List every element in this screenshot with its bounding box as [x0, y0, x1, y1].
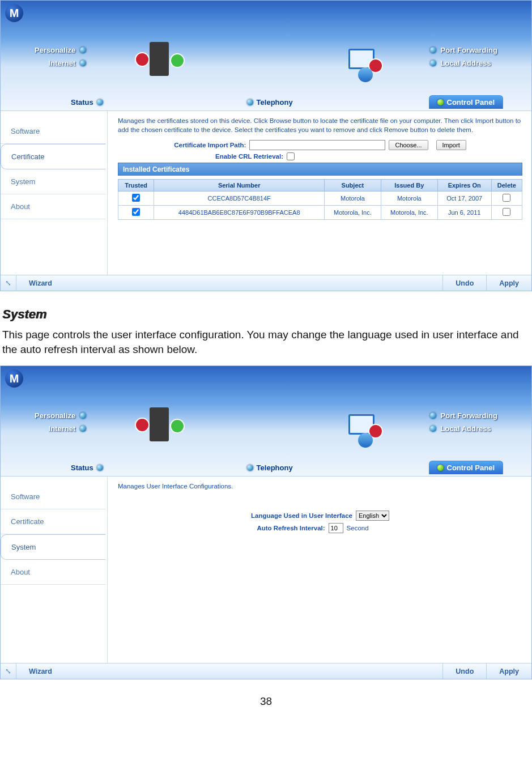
crl-checkbox[interactable] — [287, 152, 295, 160]
sidebar-item-about[interactable]: About — [1, 194, 106, 219]
sidebar-item-certificate[interactable]: Certificate — [1, 144, 106, 169]
sidebar-item-software[interactable]: Software — [1, 119, 106, 144]
cell-issued: Motorola — [381, 192, 437, 206]
page-number: 38 — [0, 695, 532, 708]
hero-server-icon — [114, 397, 205, 451]
cert-import-path-label: Certificate Import Path: — [174, 142, 246, 148]
th-delete: Delete — [491, 180, 522, 192]
app-footer: ⤡ Wizard Undo Apply — [1, 663, 531, 679]
cell-expires: Oct 17, 2007 — [437, 192, 491, 206]
tab-telephony[interactable]: Telephony — [239, 461, 301, 474]
hero-server-icon — [114, 32, 205, 86]
undo-button[interactable]: Undo — [442, 664, 486, 679]
wizard-button[interactable]: Wizard — [16, 664, 65, 679]
main-panel-system: Manages User Interface Configurations. L… — [107, 477, 531, 663]
nav-internet[interactable]: Internet — [35, 422, 86, 435]
router-ui-certificate: M Personalize Internet Port Forwarding L… — [0, 0, 532, 291]
sidebar-item-certificate[interactable]: Certificate — [1, 509, 106, 534]
primary-tabs: Status Telephony Control Panel — [1, 459, 531, 476]
th-trusted: Trusted — [118, 180, 154, 192]
nav-left: Personalize Internet — [35, 409, 86, 435]
content-area: Software Certificate System About Manage… — [1, 110, 531, 275]
hero-monitor-icon — [316, 397, 407, 451]
nav-right: Port Forwarding Local Address — [430, 409, 497, 435]
crl-label: Enable CRL Retrieval: — [215, 153, 283, 160]
th-issued: Issued By — [381, 180, 437, 192]
nav-personalize[interactable]: Personalize — [35, 409, 86, 422]
section-body: This page controls the user interface co… — [2, 328, 530, 356]
intro-text: Manages the certificates stored on this … — [118, 117, 522, 134]
table-row: 4484D61BAB6E8C87E6F970B9BFFACEA8 Motorol… — [118, 206, 522, 220]
nav-local-address[interactable]: Local Address — [430, 422, 497, 435]
th-subject: Subject — [324, 180, 381, 192]
expand-icon[interactable]: ⤡ — [1, 275, 16, 291]
nav-internet[interactable]: Internet — [35, 57, 86, 70]
main-panel-certificate: Manages the certificates stored on this … — [107, 111, 531, 275]
app-header: M Personalize Internet Port Forwarding L… — [1, 1, 531, 110]
section-heading: System — [2, 307, 532, 322]
primary-tabs: Status Telephony Control Panel — [1, 93, 531, 110]
nav-port-forwarding[interactable]: Port Forwarding — [430, 409, 497, 422]
nav-local-address[interactable]: Local Address — [430, 57, 497, 70]
tab-control-panel[interactable]: Control Panel — [429, 95, 504, 109]
cell-serial: 4484D61BAB6E8C87E6F970B9BFFACEA8 — [154, 206, 325, 220]
delete-checkbox[interactable] — [503, 194, 510, 202]
apply-button[interactable]: Apply — [486, 275, 531, 291]
tab-status[interactable]: Status — [63, 461, 111, 474]
nav-personalize[interactable]: Personalize — [35, 44, 86, 57]
tab-control-panel[interactable]: Control Panel — [429, 461, 504, 474]
motorola-logo-icon: M — [5, 4, 23, 22]
language-label: Language Used in User Interface — [251, 512, 352, 519]
language-select[interactable]: English — [356, 511, 389, 521]
table-row: CCECA8D57C4B814F Motorola Motorola Oct 1… — [118, 192, 522, 206]
refresh-label: Auto Refresh Interval: — [257, 525, 325, 531]
cert-table-title: Installed Certificates — [118, 163, 522, 176]
motorola-logo-icon: M — [5, 369, 23, 388]
choose-button[interactable]: Choose... — [389, 140, 428, 150]
nav-left: Personalize Internet — [35, 44, 86, 70]
tab-status[interactable]: Status — [63, 96, 111, 109]
apply-button[interactable]: Apply — [486, 664, 531, 679]
installed-certificates-table: Trusted Serial Number Subject Issued By … — [118, 179, 522, 220]
cell-serial: CCECA8D57C4B814F — [154, 192, 325, 206]
sidebar: Software Certificate System About — [1, 111, 107, 275]
app-footer: ⤡ Wizard Undo Apply — [1, 275, 531, 291]
wizard-button[interactable]: Wizard — [16, 275, 65, 291]
globe-icon — [358, 67, 373, 82]
hero-monitor-icon — [316, 32, 407, 86]
undo-button[interactable]: Undo — [442, 275, 486, 291]
refresh-unit: Second — [347, 525, 369, 531]
sidebar-item-system[interactable]: System — [1, 534, 106, 560]
cell-subject: Motorola — [324, 192, 381, 206]
import-button[interactable]: Import — [436, 140, 466, 150]
trusted-checkbox[interactable] — [132, 208, 140, 216]
delete-checkbox[interactable] — [503, 208, 510, 216]
cell-expires: Jun 6, 2011 — [437, 206, 491, 220]
intro-text: Manages User Interface Configurations. — [118, 482, 522, 491]
nav-port-forwarding[interactable]: Port Forwarding — [430, 44, 497, 57]
sidebar-item-software[interactable]: Software — [1, 484, 106, 509]
cert-import-path-input[interactable] — [249, 140, 385, 150]
router-ui-system: M Personalize Internet Port Forwarding L… — [0, 365, 532, 679]
globe-icon — [358, 433, 373, 448]
refresh-input[interactable] — [329, 523, 343, 533]
sidebar: Software Certificate System About — [1, 477, 107, 663]
cell-subject: Motorola, Inc. — [324, 206, 381, 220]
trusted-checkbox[interactable] — [132, 194, 140, 202]
nav-right: Port Forwarding Local Address — [430, 44, 497, 70]
th-serial: Serial Number — [154, 180, 325, 192]
app-header: M Personalize Internet Port Forwarding L… — [1, 366, 531, 476]
content-area: Software Certificate System About Manage… — [1, 476, 531, 663]
sidebar-item-system[interactable]: System — [1, 169, 106, 194]
expand-icon[interactable]: ⤡ — [1, 664, 16, 679]
th-expires: Expires On — [437, 180, 491, 192]
cell-issued: Motorola, Inc. — [381, 206, 437, 220]
sidebar-item-about[interactable]: About — [1, 560, 106, 585]
tab-telephony[interactable]: Telephony — [239, 96, 301, 109]
